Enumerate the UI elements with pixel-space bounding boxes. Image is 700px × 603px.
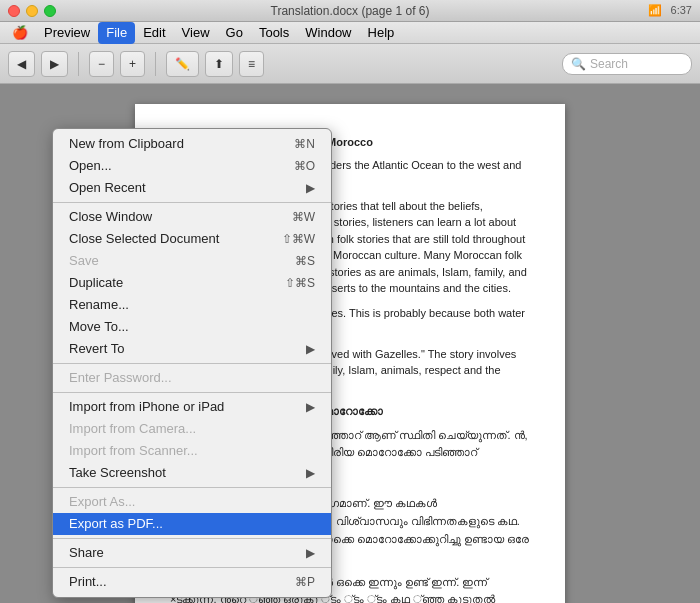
title-bar: Translation.docx (page 1 of 6) 📶 6:37 bbox=[0, 0, 700, 22]
open-recent-label: Open Recent bbox=[69, 177, 146, 199]
import-scanner-label: Import from Scanner... bbox=[69, 440, 198, 462]
import-camera-label: Import from Camera... bbox=[69, 418, 196, 440]
menu-tools[interactable]: Tools bbox=[251, 22, 297, 44]
toolbar: ◀ ▶ − + ✏️ ⬆ ≡ 🔍 Search bbox=[0, 44, 700, 84]
menu-preview[interactable]: Preview bbox=[36, 22, 98, 44]
menu-export-pdf[interactable]: Export as PDF... bbox=[53, 513, 331, 535]
close-window-label: Close Window bbox=[69, 206, 152, 228]
menu-import-scanner: Import from Scanner... bbox=[53, 440, 331, 462]
menu-new-clipboard[interactable]: New from Clipboard ⌘N bbox=[53, 133, 331, 155]
new-clipboard-shortcut: ⌘N bbox=[294, 133, 315, 155]
menu-window[interactable]: Window bbox=[297, 22, 359, 44]
new-clipboard-label: New from Clipboard bbox=[69, 133, 184, 155]
share-arrow: ▶ bbox=[306, 542, 315, 564]
menu-open-recent[interactable]: Open Recent ▶ bbox=[53, 177, 331, 199]
menu-go[interactable]: Go bbox=[218, 22, 251, 44]
close-selected-shortcut: ⇧⌘W bbox=[282, 228, 315, 250]
search-icon: 🔍 bbox=[571, 57, 586, 71]
menu-rename[interactable]: Rename... bbox=[53, 294, 331, 316]
revert-to-arrow: ▶ bbox=[306, 338, 315, 360]
menu-bar: 🍎 Preview File Edit View Go Tools Window… bbox=[0, 22, 700, 44]
menu-print[interactable]: Print... ⌘P bbox=[53, 571, 331, 593]
menu-move-to[interactable]: Move To... bbox=[53, 316, 331, 338]
duplicate-shortcut: ⇧⌘S bbox=[285, 272, 315, 294]
menu-import-camera: Import from Camera... bbox=[53, 418, 331, 440]
import-iphone-arrow: ▶ bbox=[306, 396, 315, 418]
print-shortcut: ⌘P bbox=[295, 571, 315, 593]
menu-save: Save ⌘S bbox=[53, 250, 331, 272]
menu-share[interactable]: Share ▶ bbox=[53, 542, 331, 564]
apple-menu[interactable]: 🍎 bbox=[4, 22, 36, 44]
move-to-label: Move To... bbox=[69, 316, 129, 338]
menu-close-selected[interactable]: Close Selected Document ⇧⌘W bbox=[53, 228, 331, 250]
sep-3 bbox=[53, 392, 331, 393]
window-title: Translation.docx (page 1 of 6) bbox=[271, 4, 430, 18]
zoom-out-button[interactable]: − bbox=[89, 51, 114, 77]
export-as-label: Export As... bbox=[69, 491, 135, 513]
menu-view[interactable]: View bbox=[174, 22, 218, 44]
duplicate-label: Duplicate bbox=[69, 272, 123, 294]
close-selected-label: Close Selected Document bbox=[69, 228, 219, 250]
save-label: Save bbox=[69, 250, 99, 272]
menu-help[interactable]: Help bbox=[360, 22, 403, 44]
enter-password-label: Enter Password... bbox=[69, 367, 172, 389]
back-button[interactable]: ◀ bbox=[8, 51, 35, 77]
menu-export-as: Export As... bbox=[53, 491, 331, 513]
take-screenshot-arrow: ▶ bbox=[306, 462, 315, 484]
sep-1 bbox=[53, 202, 331, 203]
menu-open[interactable]: Open... ⌘O bbox=[53, 155, 331, 177]
traffic-lights bbox=[8, 5, 56, 17]
open-label: Open... bbox=[69, 155, 112, 177]
markup-button[interactable]: ✏️ bbox=[166, 51, 199, 77]
wifi-icon: 📶 bbox=[648, 4, 662, 16]
close-window-shortcut: ⌘W bbox=[292, 206, 315, 228]
menu-duplicate[interactable]: Duplicate ⇧⌘S bbox=[53, 272, 331, 294]
title-bar-right: 📶 6:37 bbox=[648, 4, 692, 17]
export-pdf-label: Export as PDF... bbox=[69, 513, 163, 535]
menu-enter-password: Enter Password... bbox=[53, 367, 331, 389]
menu-close-window[interactable]: Close Window ⌘W bbox=[53, 206, 331, 228]
close-button[interactable] bbox=[8, 5, 20, 17]
take-screenshot-label: Take Screenshot bbox=[69, 462, 166, 484]
save-shortcut: ⌘S bbox=[295, 250, 315, 272]
minimize-button[interactable] bbox=[26, 5, 38, 17]
menu-edit[interactable]: Edit bbox=[135, 22, 173, 44]
revert-to-label: Revert To bbox=[69, 338, 124, 360]
time-display: 6:37 bbox=[671, 4, 692, 16]
sep-2 bbox=[53, 363, 331, 364]
menu-take-screenshot[interactable]: Take Screenshot ▶ bbox=[53, 462, 331, 484]
toolbar-separator-1 bbox=[78, 52, 79, 76]
open-shortcut: ⌘O bbox=[294, 155, 315, 177]
forward-button[interactable]: ▶ bbox=[41, 51, 68, 77]
search-placeholder: Search bbox=[590, 57, 628, 71]
search-box[interactable]: 🔍 Search bbox=[562, 53, 692, 75]
open-recent-arrow: ▶ bbox=[306, 177, 315, 199]
sep-4 bbox=[53, 487, 331, 488]
sep-5 bbox=[53, 538, 331, 539]
document-area: Morocco most northwestern country. It bo… bbox=[0, 84, 700, 603]
rename-label: Rename... bbox=[69, 294, 129, 316]
toolbar-separator-2 bbox=[155, 52, 156, 76]
sidebar-button[interactable]: ≡ bbox=[239, 51, 264, 77]
share-label: Share bbox=[69, 542, 104, 564]
maximize-button[interactable] bbox=[44, 5, 56, 17]
menu-file[interactable]: File bbox=[98, 22, 135, 44]
file-menu-dropdown: New from Clipboard ⌘N Open... ⌘O Open Re… bbox=[52, 128, 332, 598]
menu-revert-to[interactable]: Revert To ▶ bbox=[53, 338, 331, 360]
print-label: Print... bbox=[69, 571, 107, 593]
import-iphone-label: Import from iPhone or iPad bbox=[69, 396, 224, 418]
menu-import-iphone[interactable]: Import from iPhone or iPad ▶ Import from… bbox=[53, 396, 331, 418]
sep-6 bbox=[53, 567, 331, 568]
zoom-in-button[interactable]: + bbox=[120, 51, 145, 77]
share-button[interactable]: ⬆ bbox=[205, 51, 233, 77]
